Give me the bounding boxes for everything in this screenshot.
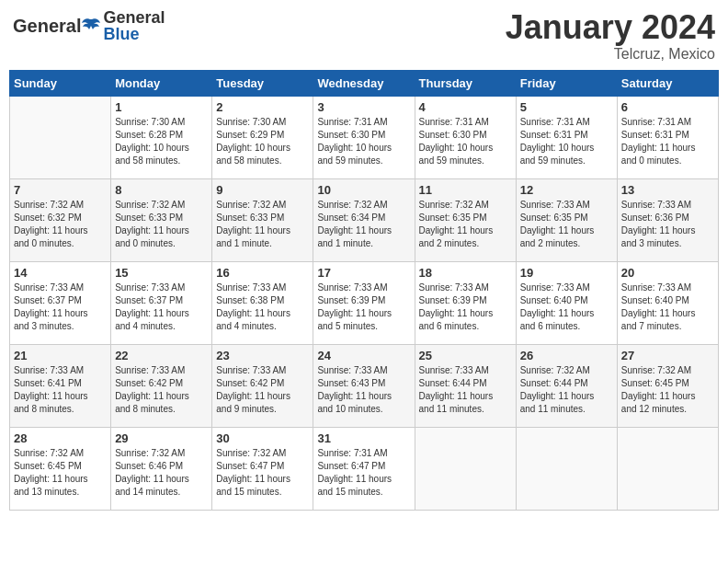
day-number: 9: [216, 183, 309, 197]
table-row: 12Sunrise: 7:33 AM Sunset: 6:35 PM Dayli…: [516, 178, 617, 261]
day-number: 5: [520, 100, 613, 114]
day-info: Sunrise: 7:32 AM Sunset: 6:45 PM Dayligh…: [621, 364, 714, 416]
day-info: Sunrise: 7:33 AM Sunset: 6:36 PM Dayligh…: [621, 199, 714, 250]
day-info: Sunrise: 7:32 AM Sunset: 6:44 PM Dayligh…: [520, 364, 613, 416]
day-number: 24: [317, 349, 410, 362]
table-row: [415, 427, 516, 510]
header-wednesday: Wednesday: [313, 70, 415, 96]
day-info: Sunrise: 7:32 AM Sunset: 6:33 PM Dayligh…: [115, 199, 208, 250]
day-info: Sunrise: 7:33 AM Sunset: 6:40 PM Dayligh…: [520, 282, 613, 333]
table-row: 2Sunrise: 7:30 AM Sunset: 6:29 PM Daylig…: [212, 96, 313, 178]
day-number: 18: [419, 266, 512, 280]
table-row: [516, 427, 617, 510]
day-number: 13: [621, 183, 714, 197]
table-row: 16Sunrise: 7:33 AM Sunset: 6:38 PM Dayli…: [212, 261, 313, 344]
day-number: 23: [216, 349, 309, 362]
header-friday: Friday: [516, 70, 617, 96]
calendar-week-row: 28Sunrise: 7:32 AM Sunset: 6:45 PM Dayli…: [10, 427, 719, 510]
header-thursday: Thursday: [415, 70, 516, 96]
logo-bird-icon: [82, 16, 102, 36]
table-row: 4Sunrise: 7:31 AM Sunset: 6:30 PM Daylig…: [415, 96, 516, 178]
logo: General General Blue: [13, 9, 165, 42]
table-row: 26Sunrise: 7:32 AM Sunset: 6:44 PM Dayli…: [516, 344, 617, 427]
day-number: 27: [621, 349, 714, 362]
title-section: January 2024 Telcruz, Mexico: [506, 9, 715, 63]
table-row: 3Sunrise: 7:31 AM Sunset: 6:30 PM Daylig…: [313, 96, 415, 178]
table-row: 31Sunrise: 7:31 AM Sunset: 6:47 PM Dayli…: [313, 427, 415, 510]
day-number: 1: [115, 100, 208, 114]
table-row: 17Sunrise: 7:33 AM Sunset: 6:39 PM Dayli…: [313, 261, 415, 344]
day-info: Sunrise: 7:31 AM Sunset: 6:31 PM Dayligh…: [520, 116, 613, 167]
day-number: 11: [419, 183, 512, 197]
calendar-week-row: 14Sunrise: 7:33 AM Sunset: 6:37 PM Dayli…: [10, 261, 719, 344]
table-row: 30Sunrise: 7:32 AM Sunset: 6:47 PM Dayli…: [212, 427, 313, 510]
table-row: 11Sunrise: 7:32 AM Sunset: 6:35 PM Dayli…: [415, 178, 516, 261]
table-row: 14Sunrise: 7:33 AM Sunset: 6:37 PM Dayli…: [10, 261, 111, 344]
page-header: General General Blue January 2024 Telcru…: [9, 9, 719, 63]
day-number: 30: [216, 431, 309, 445]
table-row: 27Sunrise: 7:32 AM Sunset: 6:45 PM Dayli…: [617, 344, 718, 427]
day-number: 20: [621, 266, 714, 280]
table-row: 19Sunrise: 7:33 AM Sunset: 6:40 PM Dayli…: [516, 261, 617, 344]
calendar-week-row: 21Sunrise: 7:33 AM Sunset: 6:41 PM Dayli…: [10, 344, 719, 427]
day-number: 22: [115, 349, 208, 362]
table-row: [617, 427, 718, 510]
day-info: Sunrise: 7:33 AM Sunset: 6:37 PM Dayligh…: [14, 282, 107, 333]
day-info: Sunrise: 7:32 AM Sunset: 6:35 PM Dayligh…: [419, 199, 512, 250]
day-number: 7: [14, 183, 107, 197]
table-row: 10Sunrise: 7:32 AM Sunset: 6:34 PM Dayli…: [313, 178, 415, 261]
table-row: 13Sunrise: 7:33 AM Sunset: 6:36 PM Dayli…: [617, 178, 718, 261]
table-row: 22Sunrise: 7:33 AM Sunset: 6:42 PM Dayli…: [111, 344, 212, 427]
table-row: [10, 96, 111, 178]
header-sunday: Sunday: [10, 70, 111, 96]
table-row: 23Sunrise: 7:33 AM Sunset: 6:42 PM Dayli…: [212, 344, 313, 427]
header-monday: Monday: [111, 70, 212, 96]
table-row: 15Sunrise: 7:33 AM Sunset: 6:37 PM Dayli…: [111, 261, 212, 344]
calendar-table: Sunday Monday Tuesday Wednesday Thursday…: [9, 70, 719, 511]
day-info: Sunrise: 7:33 AM Sunset: 6:40 PM Dayligh…: [621, 282, 714, 333]
day-info: Sunrise: 7:31 AM Sunset: 6:30 PM Dayligh…: [419, 116, 512, 167]
day-info: Sunrise: 7:33 AM Sunset: 6:35 PM Dayligh…: [520, 199, 613, 250]
day-info: Sunrise: 7:33 AM Sunset: 6:37 PM Dayligh…: [115, 282, 208, 333]
logo-text-bottom: Blue: [103, 26, 165, 42]
logo-text-top: General: [103, 9, 165, 26]
table-row: 29Sunrise: 7:32 AM Sunset: 6:46 PM Dayli…: [111, 427, 212, 510]
table-row: 5Sunrise: 7:31 AM Sunset: 6:31 PM Daylig…: [516, 96, 617, 178]
day-info: Sunrise: 7:33 AM Sunset: 6:43 PM Dayligh…: [317, 364, 410, 416]
day-number: 26: [520, 349, 613, 362]
table-row: 18Sunrise: 7:33 AM Sunset: 6:39 PM Dayli…: [415, 261, 516, 344]
day-info: Sunrise: 7:33 AM Sunset: 6:38 PM Dayligh…: [216, 282, 309, 333]
day-number: 4: [419, 100, 512, 114]
day-number: 16: [216, 266, 309, 280]
day-info: Sunrise: 7:30 AM Sunset: 6:28 PM Dayligh…: [115, 116, 208, 167]
table-row: 25Sunrise: 7:33 AM Sunset: 6:44 PM Dayli…: [415, 344, 516, 427]
day-info: Sunrise: 7:30 AM Sunset: 6:29 PM Dayligh…: [216, 116, 309, 167]
day-info: Sunrise: 7:31 AM Sunset: 6:47 PM Dayligh…: [317, 447, 410, 499]
day-number: 6: [621, 100, 714, 114]
day-number: 2: [216, 100, 309, 114]
day-number: 8: [115, 183, 208, 197]
table-row: 21Sunrise: 7:33 AM Sunset: 6:41 PM Dayli…: [10, 344, 111, 427]
header-tuesday: Tuesday: [212, 70, 313, 96]
day-info: Sunrise: 7:33 AM Sunset: 6:39 PM Dayligh…: [317, 282, 410, 333]
location: Telcruz, Mexico: [506, 46, 715, 63]
table-row: 28Sunrise: 7:32 AM Sunset: 6:45 PM Dayli…: [10, 427, 111, 510]
day-info: Sunrise: 7:33 AM Sunset: 6:42 PM Dayligh…: [115, 364, 208, 416]
calendar-header-row: Sunday Monday Tuesday Wednesday Thursday…: [10, 70, 719, 96]
day-number: 15: [115, 266, 208, 280]
header-saturday: Saturday: [617, 70, 718, 96]
day-number: 19: [520, 266, 613, 280]
day-number: 17: [317, 266, 410, 280]
day-number: 29: [115, 431, 208, 445]
day-info: Sunrise: 7:33 AM Sunset: 6:44 PM Dayligh…: [419, 364, 512, 416]
day-info: Sunrise: 7:33 AM Sunset: 6:39 PM Dayligh…: [419, 282, 512, 333]
day-info: Sunrise: 7:31 AM Sunset: 6:31 PM Dayligh…: [621, 116, 714, 167]
day-number: 10: [317, 183, 410, 197]
table-row: 6Sunrise: 7:31 AM Sunset: 6:31 PM Daylig…: [617, 96, 718, 178]
day-number: 12: [520, 183, 613, 197]
calendar-week-row: 1Sunrise: 7:30 AM Sunset: 6:28 PM Daylig…: [10, 96, 719, 178]
day-info: Sunrise: 7:32 AM Sunset: 6:47 PM Dayligh…: [216, 447, 309, 499]
calendar-week-row: 7Sunrise: 7:32 AM Sunset: 6:32 PM Daylig…: [10, 178, 719, 261]
day-info: Sunrise: 7:32 AM Sunset: 6:32 PM Dayligh…: [14, 199, 107, 250]
day-info: Sunrise: 7:31 AM Sunset: 6:30 PM Dayligh…: [317, 116, 410, 167]
